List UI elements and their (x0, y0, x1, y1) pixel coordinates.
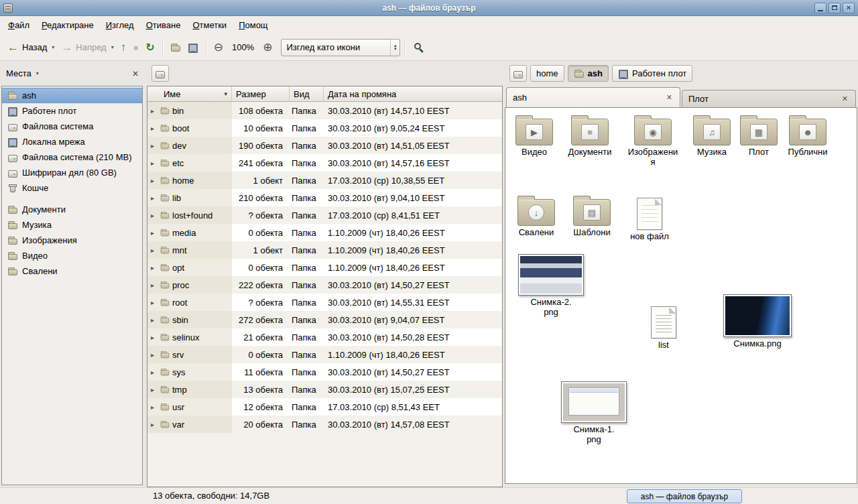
sidebar-item-documents[interactable]: Документи (2, 202, 142, 217)
zoom-out-button[interactable]: ⊖ (210, 39, 227, 56)
home-button[interactable] (167, 40, 184, 56)
forward-button[interactable]: → Напред ▾ (58, 39, 117, 56)
column-header-type[interactable]: Вид (290, 86, 324, 102)
tab-close-icon[interactable]: ✕ (665, 93, 674, 102)
icon-desktop-folder[interactable]: ▦ Плот (739, 113, 779, 158)
search-button[interactable] (409, 39, 428, 56)
sidebar-item-filesystem-210mb[interactable]: Файлова система (210 MB) (2, 149, 142, 165)
taskbar-window-button[interactable]: ash — файлов браузър (627, 489, 742, 503)
sidebar-item-ash[interactable]: ash (2, 88, 142, 103)
stop-button[interactable]: ● (129, 40, 142, 55)
menu-go[interactable]: Отиване (140, 16, 187, 34)
table-row-home[interactable]: ▸home 1 обект Папка 17.03.2010 (ср) 10,3… (147, 172, 502, 189)
expander-icon[interactable]: ▸ (151, 316, 158, 324)
pathbar-desktop-button[interactable]: Работен плот (612, 65, 692, 82)
icon-list-file[interactable]: list (639, 302, 688, 351)
table-row-mnt[interactable]: ▸mnt 1 обект Папка 1.10.2009 (чт) 18,40,… (147, 241, 502, 259)
column-header-size[interactable]: Размер (232, 86, 290, 102)
icon-templates[interactable]: ▤ Шаблони (564, 194, 619, 238)
column-header-date[interactable]: Дата на промяна (324, 86, 502, 102)
expander-icon[interactable]: ▸ (151, 386, 158, 393)
menu-file[interactable]: Файл (2, 16, 36, 34)
table-row-usr[interactable]: ▸usr 12 обекта Папка 17.03.2010 (ср) 8,5… (147, 398, 502, 416)
expander-icon[interactable]: ▸ (151, 229, 158, 237)
expander-icon[interactable]: ▸ (151, 334, 158, 341)
icon-snimka-2[interactable]: Снимка-2.png (516, 254, 586, 318)
expander-icon[interactable]: ▸ (151, 403, 158, 411)
reload-button[interactable]: ↻ (142, 40, 158, 56)
icon-snimka-1[interactable]: Снимка-1.png (559, 381, 629, 445)
menu-view[interactable]: Изглед (100, 16, 140, 34)
table-row-proc[interactable]: ▸proc 222 обекта Папка 30.03.2010 (вт) 1… (147, 276, 502, 294)
table-row-root[interactable]: ▸root ? обекта Папка 30.03.2010 (вт) 14,… (147, 294, 502, 311)
expander-icon[interactable]: ▸ (151, 247, 158, 254)
computer-button[interactable] (184, 40, 202, 56)
pathbar-ash-button[interactable]: ash (568, 65, 609, 82)
sidebar-close-button[interactable]: ✕ (132, 69, 139, 78)
expander-icon[interactable]: ▸ (151, 212, 158, 219)
expander-icon[interactable]: ▸ (151, 264, 158, 271)
expander-icon[interactable]: ▸ (151, 142, 158, 149)
icon-downloads[interactable]: ↓ Свалени (509, 194, 563, 238)
sidebar-item-encrypted-partition[interactable]: Шифриран дял (80 GB) (2, 165, 142, 180)
icon-public[interactable]: ☻ Публични (780, 113, 835, 158)
column-header-name[interactable]: Име ▾ (147, 86, 232, 102)
sidebar-item-video[interactable]: Видео (2, 248, 142, 263)
menu-edit[interactable]: Редактиране (36, 16, 100, 34)
sidebar-item-filesystem[interactable]: Файлова система (2, 119, 142, 134)
table-row-sys[interactable]: ▸sys 11 обекта Папка 30.03.2010 (вт) 14,… (147, 363, 502, 381)
sidebar-item-trash[interactable]: Кошче (2, 180, 142, 196)
sidebar-item-pictures[interactable]: Изображения (2, 233, 142, 248)
sidebar-item-network[interactable]: Локална мрежа (2, 134, 142, 149)
sidebar-title[interactable]: Места (6, 68, 32, 78)
expander-icon[interactable]: ▸ (151, 299, 158, 306)
icon-music[interactable]: ♫ Музика (685, 113, 739, 158)
table-row-var[interactable]: ▸var 20 обекта Папка 30.03.2010 (вт) 14,… (147, 416, 502, 433)
up-button[interactable]: ↑ (117, 39, 130, 56)
expander-icon[interactable]: ▸ (151, 281, 158, 289)
expander-icon[interactable]: ▸ (151, 351, 158, 359)
table-row-dev[interactable]: ▸dev 190 обекта Папка 30.03.2010 (вт) 14… (147, 137, 502, 154)
maximize-button[interactable] (829, 3, 841, 13)
sidebar-mode-chevron-icon[interactable]: ▾ (36, 70, 39, 76)
pathbar-filesystem-button[interactable] (151, 65, 169, 82)
icon-pictures[interactable]: ◉ Изображения (626, 113, 680, 168)
pathbar-filesystem-button[interactable] (509, 65, 527, 82)
table-row-media[interactable]: ▸media 0 обекта Папка 1.10.2009 (чт) 18,… (147, 224, 502, 241)
back-button[interactable]: ← Назад ▾ (4, 39, 58, 56)
tab-plot[interactable]: Плот ✕ (682, 90, 856, 107)
pathbar-home-button[interactable]: home (530, 65, 564, 82)
close-button[interactable]: ✕ (843, 3, 855, 13)
sidebar-item-music[interactable]: Музика (2, 217, 142, 233)
table-row-sbin[interactable]: ▸sbin 272 обекта Папка 30.03.2010 (вт) 9… (147, 311, 502, 328)
expander-icon[interactable]: ▸ (151, 107, 158, 115)
view-mode-selector[interactable]: Изглед като икони ▴▾ (281, 39, 400, 56)
menu-help[interactable]: Помощ (233, 16, 273, 34)
table-row-lost-found[interactable]: ▸lost+found ? обекта Папка 17.03.2010 (с… (147, 206, 502, 224)
icon-video[interactable]: ▶ Видео (509, 113, 559, 158)
table-row-etc[interactable]: ▸etc 241 обекта Папка 30.03.2010 (вт) 14… (147, 154, 502, 172)
expander-icon[interactable]: ▸ (151, 194, 158, 202)
minimize-button[interactable] (814, 3, 826, 13)
expander-icon[interactable]: ▸ (151, 125, 158, 132)
menu-bookmarks[interactable]: Отметки (186, 16, 233, 34)
zoom-in-button[interactable]: ⊕ (259, 39, 275, 56)
table-row-srv[interactable]: ▸srv 0 обекта Папка 1.10.2009 (чт) 18,40… (147, 346, 502, 363)
table-row-selinux[interactable]: ▸selinux 21 обекта Папка 30.03.2010 (вт)… (147, 328, 502, 346)
table-row-bin[interactable]: ▸bin 108 обекта Папка 30.03.2010 (вт) 14… (147, 102, 502, 119)
expander-icon[interactable]: ▸ (151, 177, 158, 184)
table-row-tmp[interactable]: ▸tmp 13 обекта Папка 30.03.2010 (вт) 15,… (147, 381, 502, 398)
table-row-boot[interactable]: ▸boot 10 обекта Папка 30.03.2010 (вт) 9,… (147, 119, 502, 137)
expander-icon[interactable]: ▸ (151, 160, 158, 167)
icon-new-file[interactable]: нов файл (623, 194, 676, 242)
icon-documents[interactable]: ≡ Документи (562, 113, 618, 158)
sidebar-item-desktop[interactable]: Работен плот (2, 103, 142, 119)
expander-icon[interactable]: ▸ (151, 421, 158, 428)
expander-icon[interactable]: ▸ (151, 369, 158, 376)
icon-snimka[interactable]: Снимка.png (721, 294, 794, 349)
table-row-lib[interactable]: ▸lib 210 обекта Папка 30.03.2010 (вт) 9,… (147, 189, 502, 206)
table-row-opt[interactable]: ▸opt 0 обекта Папка 1.10.2009 (чт) 18,40… (147, 259, 502, 276)
sidebar-item-downloads[interactable]: Свалени (2, 263, 142, 279)
tab-ash[interactable]: ash ✕ (506, 87, 680, 107)
tab-close-icon[interactable]: ✕ (841, 94, 849, 103)
